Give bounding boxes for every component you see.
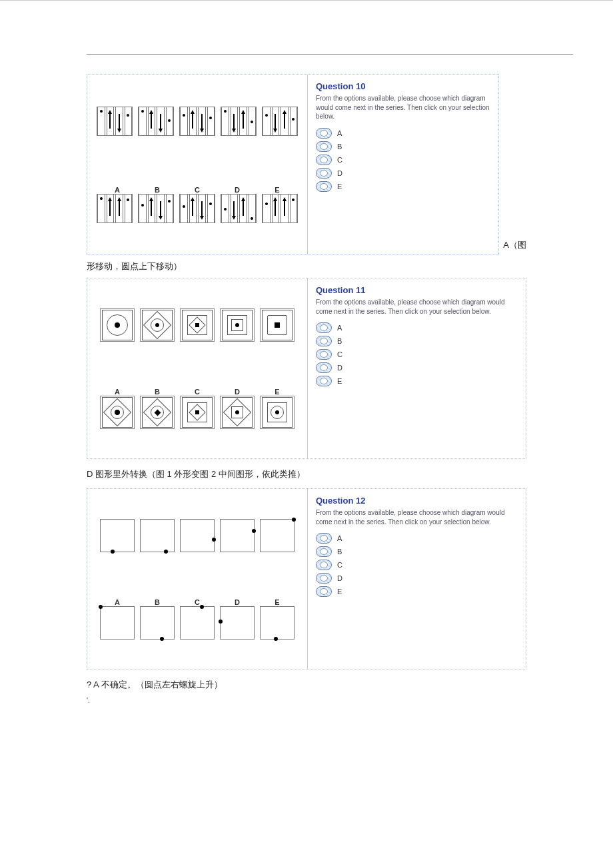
option-b[interactable]: B <box>316 546 518 557</box>
option-e[interactable]: E <box>316 181 490 192</box>
letter: C <box>180 598 215 606</box>
radio-icon <box>316 573 332 584</box>
letter: C <box>180 186 215 194</box>
radio-icon <box>316 322 332 333</box>
option-e[interactable]: E <box>316 586 518 597</box>
option-label: A <box>337 324 342 332</box>
answer-note-q10: 形移动，圆点上下移动） <box>87 260 526 272</box>
option-label: A <box>337 534 342 542</box>
option-label: B <box>337 337 342 345</box>
question-block-12: A B C D E Question 12 <box>87 488 526 669</box>
radio-icon <box>316 141 332 152</box>
question-title: Question 10 <box>316 81 490 91</box>
option-label: E <box>337 588 342 596</box>
q12-answers-row <box>100 606 295 640</box>
letter: C <box>180 388 215 396</box>
q11-answers-row <box>100 396 295 429</box>
radio-icon <box>316 336 332 346</box>
radio-icon <box>316 349 332 360</box>
question-panel-q10: Question 10 From the options available, … <box>308 75 498 200</box>
radio-icon <box>316 168 332 179</box>
answer-trailing-text: A（图 <box>503 239 526 251</box>
option-label: D <box>337 169 342 177</box>
letter: A <box>100 388 135 396</box>
letter: A <box>100 598 135 606</box>
letter: D <box>220 186 255 194</box>
option-a[interactable]: A <box>316 322 518 333</box>
radio-icon <box>316 376 332 386</box>
option-d[interactable]: D <box>316 362 518 373</box>
radio-icon <box>316 546 332 557</box>
option-b[interactable]: B <box>316 336 518 346</box>
letter: E <box>260 186 295 194</box>
option-d[interactable]: D <box>316 573 518 584</box>
page-top-rule <box>87 54 573 55</box>
answer-note-q12: ? A 不确定。（圆点左右螺旋上升） <box>87 679 526 691</box>
option-c[interactable]: C <box>316 349 518 360</box>
option-b[interactable]: B <box>316 141 490 152</box>
question-panel-q11: Question 11 From the options available, … <box>308 278 526 394</box>
letter: B <box>140 388 175 396</box>
q10-answers-row <box>97 194 298 223</box>
option-label: E <box>337 183 342 191</box>
question-title: Question 11 <box>316 285 518 295</box>
radio-icon <box>316 181 332 192</box>
answer-note-q11: D 图形里外转换（图 1 外形变图 2 中间图形，依此类推） <box>87 468 526 480</box>
question-block-10: A B C D E <box>87 74 499 255</box>
letter: B <box>140 598 175 606</box>
letter: D <box>220 388 255 396</box>
q11-letter-row: A B C D E <box>100 388 295 396</box>
letter: A <box>100 186 135 194</box>
letter: B <box>140 186 175 194</box>
question-block-11: A B C D E Question 11 <box>87 278 526 459</box>
option-label: B <box>337 548 342 556</box>
option-c[interactable]: C <box>316 560 518 570</box>
letter: D <box>220 598 255 606</box>
question-instruction: From the options available, please choos… <box>316 94 490 121</box>
diagram-area-q12: A B C D E <box>87 489 308 669</box>
diagram-area-q11: A B C D E <box>87 278 308 458</box>
option-label: A <box>337 129 342 137</box>
radio-icon <box>316 362 332 373</box>
option-d[interactable]: D <box>316 168 490 179</box>
question-panel-q12: Question 12 From the options available, … <box>308 489 526 605</box>
footer-mark: '. <box>87 696 90 704</box>
question-title: Question 12 <box>316 496 518 506</box>
letter: E <box>260 388 295 396</box>
option-a[interactable]: A <box>316 533 518 544</box>
question-instruction: From the options available, please choos… <box>316 508 518 526</box>
q12-series-row <box>91 519 303 552</box>
radio-icon <box>316 560 332 570</box>
diagram-area-q10: A B C D E <box>87 75 308 254</box>
option-a[interactable]: A <box>316 128 490 139</box>
radio-icon <box>316 155 332 165</box>
option-label: E <box>337 377 342 385</box>
radio-icon <box>316 586 332 597</box>
option-label: D <box>337 574 342 582</box>
option-c[interactable]: C <box>316 155 490 165</box>
option-label: D <box>337 364 342 372</box>
letter: E <box>260 598 295 606</box>
radio-icon <box>316 533 332 544</box>
option-label: C <box>337 156 342 164</box>
q10-series-row <box>91 107 303 136</box>
radio-icon <box>316 128 332 139</box>
question-instruction: From the options available, please choos… <box>316 298 518 316</box>
option-label: C <box>337 350 342 358</box>
q12-letter-row: A B C D E <box>100 598 295 606</box>
q11-series-row <box>91 308 303 342</box>
option-label: B <box>337 143 342 151</box>
option-label: C <box>337 561 342 569</box>
option-e[interactable]: E <box>316 376 518 386</box>
q10-letter-row: A B C D E <box>97 186 298 194</box>
